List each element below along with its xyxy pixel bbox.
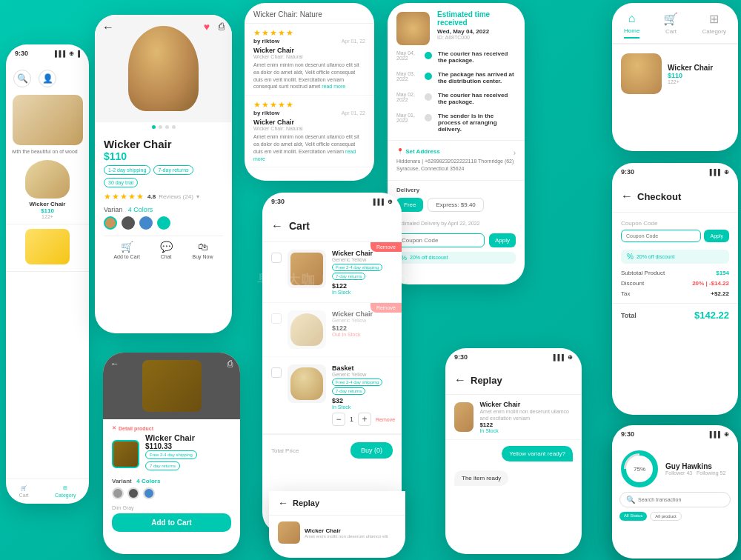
color-blue[interactable] bbox=[143, 487, 155, 499]
detail-product-name: Wicker Chair bbox=[145, 433, 231, 442]
checkout-coupon-apply-button[interactable]: Apply bbox=[704, 230, 729, 242]
qty-increase-3[interactable]: + bbox=[358, 413, 371, 426]
share-button[interactable]: ⎙ bbox=[219, 21, 225, 32]
coupon-row-tracking: Apply bbox=[388, 229, 525, 252]
cart-checkbox-3[interactable] bbox=[271, 367, 282, 378]
watermark-text: 早道大咖 IAMDK.TAOBAO.COM bbox=[257, 271, 485, 289]
cart-checkbox-2[interactable] bbox=[271, 313, 282, 324]
list-item[interactable] bbox=[6, 224, 89, 272]
total-value: $142.22 bbox=[694, 310, 729, 321]
color-dark[interactable] bbox=[127, 487, 139, 499]
reviews-link[interactable]: Reviews (24) bbox=[159, 193, 193, 200]
cart-back-button[interactable]: ← bbox=[271, 219, 283, 233]
detail-table-img bbox=[142, 360, 202, 412]
filter-all-product[interactable]: All product bbox=[650, 512, 681, 521]
review-item-2: ★★★★★ by riktow Apr 01, 22 Wicker Chair … bbox=[245, 96, 374, 167]
cart-stock-1: In Stock bbox=[332, 290, 393, 295]
dropdown-icon[interactable]: ▾ bbox=[196, 193, 199, 200]
wishlist-heart-icon[interactable]: ♥ bbox=[204, 21, 210, 33]
cart-total: Total Price bbox=[271, 447, 299, 454]
home-label: Home bbox=[624, 27, 639, 34]
detail-share-button[interactable]: ⎙ bbox=[227, 359, 233, 369]
express-delivery-button[interactable]: Express: $9.40 bbox=[428, 198, 483, 212]
list-item[interactable]: Wicker Chair $110 122+ bbox=[6, 156, 89, 224]
checkout-coupon-input[interactable] bbox=[621, 230, 701, 242]
cart-badges-3: Free 2-4 day shipping 7-day returns bbox=[332, 379, 395, 395]
chat-button[interactable]: 💬 Chat bbox=[160, 241, 173, 259]
signal-icons-chat: ▌▌▌ ⊕ bbox=[554, 354, 573, 361]
read-more-1[interactable]: read more bbox=[322, 84, 345, 89]
nav-cart-sidebar[interactable]: 🛒 Cart bbox=[19, 485, 29, 498]
color-grey[interactable] bbox=[112, 487, 124, 499]
profile-search-input[interactable] bbox=[638, 497, 724, 502]
chat-message-right: Yellow variant ready? bbox=[502, 446, 573, 461]
remove-button-1[interactable]: Remove bbox=[370, 242, 402, 252]
profile-icon-btn[interactable]: 👤 bbox=[39, 70, 56, 87]
detail-body: ✕ Detail product Wicker Chair $110.33 Fr… bbox=[103, 419, 240, 538]
qty-decrease-3[interactable]: − bbox=[332, 413, 345, 426]
buy-now-label: Buy Now bbox=[193, 254, 213, 259]
tl-date-2: May 03, 2022 bbox=[396, 71, 419, 84]
search-icon-btn[interactable]: 🔍 bbox=[13, 70, 31, 87]
detail-product-info: Wicker Chair $110.33 Free 2-4 day shippi… bbox=[145, 433, 231, 475]
tl-text-4: The sender is in the process of arrangin… bbox=[438, 113, 516, 133]
detail-back-button[interactable]: ← bbox=[110, 359, 119, 369]
color-teal[interactable] bbox=[157, 216, 170, 230]
dot-4[interactable] bbox=[172, 125, 176, 129]
review-date-1: Apr 01, 22 bbox=[342, 39, 365, 44]
replay2-back-button[interactable]: ← bbox=[278, 497, 288, 509]
cart-checkbox-1[interactable] bbox=[271, 253, 282, 263]
buy-button-cart[interactable]: Buy (0) bbox=[350, 442, 393, 459]
add-to-cart-button[interactable]: 🛒 Add to Cart bbox=[113, 241, 139, 259]
filter-all-status[interactable]: All Status bbox=[619, 512, 647, 521]
coupon-input-tracking[interactable] bbox=[396, 233, 485, 247]
color-tan[interactable] bbox=[104, 216, 117, 230]
reviewer-name-2: by riktow bbox=[253, 110, 279, 116]
address-chevron[interactable]: › bbox=[514, 149, 516, 157]
tab-cart[interactable]: 🛒 Cart bbox=[663, 12, 678, 39]
dot-1[interactable] bbox=[152, 125, 156, 129]
back-button[interactable]: ← bbox=[102, 21, 114, 34]
tab-home[interactable]: ⌂ Home bbox=[624, 12, 639, 39]
dot-3[interactable] bbox=[165, 125, 169, 129]
review-meta-1: by riktow Apr 01, 22 bbox=[253, 38, 365, 44]
nav-content: Wicker Chair $110 122+ bbox=[612, 44, 738, 103]
tab-category[interactable]: ⊞ Category bbox=[702, 12, 726, 39]
discount-text-tracking: 20% off discount bbox=[410, 255, 448, 260]
replay2-product-name: Wicker Chair bbox=[305, 527, 388, 534]
coupon-apply-button-tracking[interactable]: Apply bbox=[489, 233, 516, 247]
remove-button-2[interactable]: Remove bbox=[370, 303, 402, 313]
time-chat: 9:30 bbox=[454, 353, 468, 361]
cart-stock-3: In Stock bbox=[332, 404, 395, 410]
tax-value: +$2.22 bbox=[711, 290, 729, 297]
timeline-item-1: May 04, 2022 The courier has received th… bbox=[396, 50, 516, 64]
profile-card: 9:30 ▌▌▌ ⊕ 75% Guy Hawkins Follower 43 F… bbox=[612, 425, 738, 559]
nav-category-sidebar[interactable]: ⊞ Category bbox=[55, 485, 76, 498]
detail-tag: ✕ Detail product bbox=[112, 425, 231, 431]
checkout-back-button[interactable]: ← bbox=[621, 190, 633, 203]
color-dark[interactable] bbox=[122, 216, 135, 230]
remove-button-3[interactable]: Remove bbox=[376, 417, 395, 422]
color-blue[interactable] bbox=[139, 216, 153, 230]
detail-color-swatches bbox=[112, 487, 231, 499]
product-desc-sidebar: with the beautiful on of wood bbox=[6, 148, 89, 156]
detail-product-price: $110.33 bbox=[145, 442, 231, 450]
chat-back-button[interactable]: ← bbox=[454, 373, 466, 387]
profile-name: Guy Hawkins bbox=[665, 462, 725, 470]
time-checkout: 9:30 bbox=[621, 168, 634, 176]
read-more-2[interactable]: read more bbox=[253, 149, 356, 161]
checkout-title: Checkout bbox=[637, 191, 681, 202]
search-row: 🔍 👤 bbox=[6, 62, 89, 92]
dot-2[interactable] bbox=[159, 125, 162, 129]
detail-add-to-cart-button[interactable]: Add to Cart bbox=[112, 513, 231, 532]
featured-price: $110 bbox=[668, 72, 713, 79]
status-bar-checkout: 9:30 ▌▌▌ ⊕ bbox=[612, 163, 738, 181]
cart-label: Cart bbox=[19, 493, 29, 498]
buy-now-button[interactable]: 🛍 Buy Now bbox=[193, 241, 213, 259]
cart-item-var-3: Generic Yellow bbox=[332, 372, 395, 377]
detail-mini-img bbox=[112, 440, 139, 468]
chat-title: Replay bbox=[471, 375, 502, 386]
signal-icons-cart: ▌▌▌ ⊕ bbox=[373, 199, 393, 205]
nav-tabs: ⌂ Home 🛒 Cart ⊞ Category bbox=[612, 3, 738, 44]
cart-item-name-3: Basket bbox=[332, 364, 395, 372]
